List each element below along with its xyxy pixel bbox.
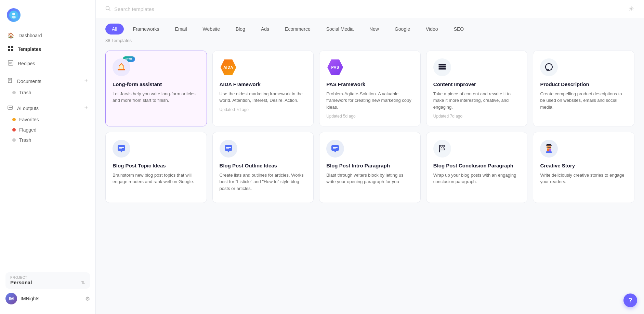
filter-tab-blog[interactable]: Blog bbox=[229, 24, 252, 35]
sidebar-item-recipes[interactable]: Recipes bbox=[3, 56, 93, 71]
template-card-blog-topic[interactable]: Blog Post Topic Ideas Brainstorm new blo… bbox=[105, 132, 207, 203]
filter-tab-social-media[interactable]: Social Media bbox=[320, 24, 360, 35]
svg-rect-4 bbox=[11, 46, 13, 48]
svg-rect-33 bbox=[442, 146, 444, 147]
ai-outputs-header[interactable]: AI outputs + bbox=[3, 102, 93, 114]
nav: 🏠 Dashboard Templates Recipes bbox=[0, 29, 95, 268]
ai-outputs-label: AI outputs bbox=[17, 106, 39, 111]
svg-rect-23 bbox=[225, 145, 232, 151]
card-title: Blog Post Intro Paragraph bbox=[326, 162, 413, 169]
ai-outputs-icon bbox=[8, 105, 13, 111]
documents-header[interactable]: Documents + bbox=[3, 75, 93, 87]
filter-tab-ads[interactable]: Ads bbox=[254, 24, 276, 35]
ai-outputs-section: AI outputs + Favorites Flagged Trash bbox=[3, 102, 93, 145]
svg-rect-31 bbox=[440, 147, 441, 148]
filter-tab-all[interactable]: All bbox=[105, 24, 124, 35]
template-card-blog-intro[interactable]: Blog Post Intro Paragraph Blast through … bbox=[319, 132, 421, 203]
card-updated: Updated 7d ago bbox=[433, 114, 521, 119]
search-icon bbox=[105, 6, 111, 12]
svg-rect-15 bbox=[120, 69, 123, 70]
svg-rect-28 bbox=[333, 149, 336, 150]
trash-label: Trash bbox=[19, 90, 31, 95]
template-card-content-improver[interactable]: Content Improver Take a piece of content… bbox=[426, 51, 528, 126]
settings-icon[interactable]: ⚙ bbox=[85, 296, 90, 302]
card-desc: Blast through writers block by letting u… bbox=[326, 172, 413, 185]
svg-rect-42 bbox=[549, 149, 551, 151]
filter-tab-video[interactable]: Video bbox=[419, 24, 445, 35]
sidebar-item-favorites[interactable]: Favorites bbox=[3, 114, 93, 125]
filter-tab-ecommerce[interactable]: Ecommerce bbox=[278, 24, 317, 35]
sidebar-item-trash-documents[interactable]: Trash bbox=[3, 87, 93, 98]
card-title: AIDA Framework bbox=[220, 81, 307, 88]
flagged-label: Flagged bbox=[19, 127, 37, 133]
user-info: IM IMNights bbox=[5, 293, 39, 304]
sidebar-item-label: Dashboard bbox=[18, 33, 42, 38]
card-updated: Updated 7d ago bbox=[220, 107, 307, 112]
svg-rect-24 bbox=[226, 147, 231, 148]
search-box bbox=[105, 6, 217, 12]
filter-tab-frameworks[interactable]: Frameworks bbox=[127, 24, 166, 35]
svg-rect-7 bbox=[8, 60, 13, 65]
card-title: Blog Post Topic Ideas bbox=[113, 162, 200, 169]
svg-rect-25 bbox=[226, 149, 229, 150]
template-card-longform[interactable]: PRO Long-form assistant Let Jarvis help … bbox=[105, 51, 207, 126]
svg-rect-17 bbox=[438, 66, 446, 68]
filter-bar: AllFrameworksEmailWebsiteBlogAdsEcommerc… bbox=[96, 18, 644, 35]
svg-rect-6 bbox=[11, 49, 13, 51]
recipes-icon bbox=[8, 60, 14, 67]
card-title: Content Improver bbox=[433, 81, 521, 88]
card-desc: Brainstorm new blog post topics that wil… bbox=[113, 172, 200, 185]
svg-rect-34 bbox=[442, 147, 444, 148]
ai-outputs-add-button[interactable]: + bbox=[84, 105, 88, 112]
documents-add-button[interactable]: + bbox=[84, 78, 88, 85]
card-desc: Create lists and outlines for articles. … bbox=[220, 172, 307, 192]
filter-tab-google[interactable]: Google bbox=[388, 24, 417, 35]
template-card-aida[interactable]: AIDA AIDA Framework Use the oldest marke… bbox=[212, 51, 314, 126]
trash-dot bbox=[12, 91, 16, 94]
svg-rect-41 bbox=[547, 149, 549, 151]
documents-label: Documents bbox=[17, 79, 41, 84]
project-section[interactable]: PROJECT Personal ⇅ bbox=[5, 272, 90, 289]
template-card-creative-story[interactable]: Creative Story Write deliciously creativ… bbox=[533, 132, 634, 203]
flagged-dot bbox=[12, 128, 16, 132]
card-updated: Updated 5d ago bbox=[326, 114, 413, 119]
documents-icon bbox=[8, 78, 13, 84]
templates-icon bbox=[8, 45, 14, 53]
svg-point-10 bbox=[9, 107, 10, 108]
user-row: IM IMNights ⚙ bbox=[5, 293, 90, 304]
template-card-product-desc[interactable]: Product Description Create compelling pr… bbox=[533, 51, 634, 126]
search-input[interactable] bbox=[114, 6, 217, 12]
main-content: ☀ AllFrameworksEmailWebsiteBlogAdsEcomme… bbox=[96, 0, 644, 314]
svg-rect-22 bbox=[119, 149, 122, 150]
templates-count: 88 Templates bbox=[96, 35, 644, 45]
chevron-icon: ⇅ bbox=[81, 280, 85, 285]
svg-point-12 bbox=[11, 107, 12, 108]
svg-rect-37 bbox=[546, 145, 547, 146]
logo[interactable] bbox=[0, 5, 95, 29]
card-title: Blog Post Outline Ideas bbox=[220, 162, 307, 169]
card-title: Long-form assistant bbox=[113, 81, 200, 88]
template-card-pas[interactable]: PAS PAS Framework Problem-Agitate-Soluti… bbox=[319, 51, 421, 126]
trash2-label: Trash bbox=[19, 137, 31, 143]
help-button[interactable]: ? bbox=[623, 293, 637, 307]
card-title: PAS Framework bbox=[326, 81, 413, 88]
sidebar-bottom: PROJECT Personal ⇅ IM IMNights ⚙ bbox=[0, 268, 95, 309]
template-card-blog-outline[interactable]: Blog Post Outline Ideas Create lists and… bbox=[212, 132, 314, 203]
sidebar-item-dashboard[interactable]: 🏠 Dashboard bbox=[3, 29, 93, 42]
sidebar-item-flagged[interactable]: Flagged bbox=[3, 125, 93, 135]
card-title: Product Description bbox=[540, 81, 627, 88]
sidebar: 🏠 Dashboard Templates Recipes bbox=[0, 0, 96, 314]
avatar: IM bbox=[5, 293, 17, 304]
theme-toggle-icon[interactable]: ☀ bbox=[628, 5, 634, 13]
filter-tab-new[interactable]: New bbox=[363, 24, 385, 35]
sidebar-item-templates[interactable]: Templates bbox=[3, 42, 93, 56]
documents-section: Documents + Trash bbox=[3, 75, 93, 98]
filter-tab-website[interactable]: Website bbox=[196, 24, 226, 35]
template-card-blog-conclusion[interactable]: Blog Post Conclusion Paragraph Wrap up y… bbox=[426, 132, 528, 203]
filter-tab-email[interactable]: Email bbox=[169, 24, 194, 35]
svg-point-2 bbox=[12, 16, 16, 18]
project-name: Personal bbox=[10, 279, 32, 285]
filter-tab-seo[interactable]: SEO bbox=[447, 24, 471, 35]
svg-point-1 bbox=[12, 13, 15, 15]
sidebar-item-trash[interactable]: Trash bbox=[3, 135, 93, 145]
